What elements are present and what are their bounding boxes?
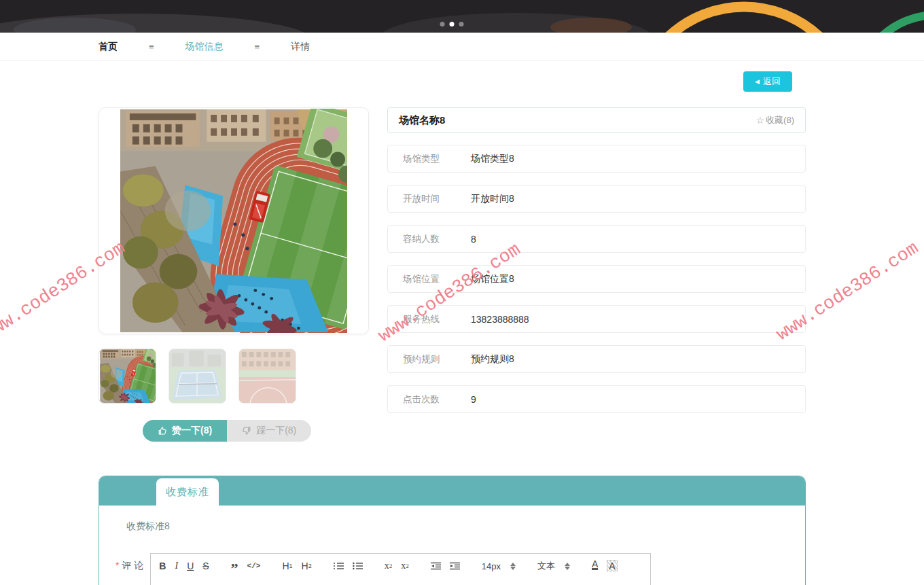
dislike-button[interactable]: 踩一下(8) (227, 420, 311, 442)
info-column: 场馆名称8 ☆ 收藏(8) 场馆类型 场馆类型8 开放时间 开放时间8 容纳人数… (387, 107, 806, 442)
font-size-value: 14px (482, 561, 501, 571)
underline-button[interactable]: U (187, 560, 194, 572)
font-size-select[interactable]: 14px (482, 560, 516, 572)
field-row-venue-type: 场馆类型 场馆类型8 (387, 145, 806, 173)
text-format-value: 文本 (537, 560, 555, 572)
venue-name: 场馆名称8 (399, 114, 445, 127)
nav-item-venue-info[interactable]: 场馆信息 (185, 41, 224, 53)
superscript-button[interactable]: x2 (401, 560, 409, 572)
fee-standard-content: 收费标准8 (99, 506, 805, 533)
favorite-button[interactable]: ☆ 收藏(8) (756, 114, 794, 126)
field-row-capacity: 容纳人数 8 (387, 225, 806, 253)
rich-text-toolbar: B I U S ” </> H1 H2 (150, 553, 651, 585)
ordered-list-icon (334, 562, 344, 570)
fee-standard-card: 收费标准 收费标准8 *评 论 B I U S ” </> H1 H2 (99, 476, 806, 585)
olympic-rings-image (0, 0, 924, 33)
field-value: 场馆类型8 (471, 153, 514, 165)
comment-editor-row: *评 论 B I U S ” </> H1 H2 (116, 553, 805, 585)
comment-field-label: *评 论 (116, 560, 143, 572)
tab-fee-standard[interactable]: 收费标准 (156, 478, 219, 506)
carousel-dot[interactable] (440, 22, 445, 26)
hamburger-separator-icon: ≡ (255, 41, 260, 52)
gallery-column: 赞一下(8) 踩一下(8) (99, 107, 369, 442)
thumbnail-tennis-court[interactable] (168, 349, 226, 404)
text-color-button[interactable]: A (592, 560, 598, 570)
dislike-button-label: 踩一下(8) (256, 425, 296, 437)
thumbnail-basketball-court[interactable] (238, 349, 296, 404)
indent-icon (450, 562, 460, 570)
back-arrow-icon: ◀ (755, 79, 760, 85)
hero-carousel (0, 0, 924, 33)
blockquote-button[interactable]: ” (231, 560, 238, 572)
field-row-click-count: 点击次数 9 (387, 385, 806, 413)
star-icon: ☆ (756, 115, 765, 126)
back-button[interactable]: ◀ 返回 (743, 71, 792, 92)
thumbnail-track-aerial[interactable] (99, 349, 156, 404)
comment-label-text: 评 论 (122, 560, 143, 571)
main-venue-photo[interactable] (99, 107, 369, 334)
favorite-label: 收藏(8) (766, 114, 794, 126)
outdent-button[interactable] (431, 560, 441, 572)
thumbnail-strip (99, 349, 369, 404)
italic-button[interactable]: I (175, 560, 178, 572)
field-label: 场馆类型 (403, 153, 457, 165)
venue-title-box: 场馆名称8 ☆ 收藏(8) (387, 107, 806, 133)
indent-button[interactable] (450, 560, 460, 572)
nav-item-detail[interactable]: 详情 (291, 41, 310, 53)
field-row-booking-rule: 预约规则 预约规则8 (387, 345, 806, 373)
like-button-label: 赞一下(8) (172, 425, 212, 437)
like-button[interactable]: 赞一下(8) (143, 420, 227, 442)
field-value: 开放时间8 (471, 193, 514, 205)
nav-item-home[interactable]: 首页 (99, 41, 118, 53)
vote-buttons: 赞一下(8) 踩一下(8) (143, 420, 369, 442)
background-color-button[interactable]: A (607, 560, 617, 571)
field-label: 容纳人数 (403, 233, 457, 245)
select-arrows-icon (565, 563, 570, 570)
field-label: 开放时间 (403, 193, 457, 205)
back-button-label: 返回 (763, 75, 781, 88)
field-value: 预约规则8 (471, 353, 514, 366)
select-arrows-icon (510, 563, 516, 570)
header2-button[interactable]: H2 (302, 560, 312, 572)
fee-tab-bar: 收费标准 (99, 476, 805, 506)
hamburger-separator-icon: ≡ (149, 41, 154, 52)
header1-button[interactable]: H1 (282, 560, 292, 572)
carousel-dot[interactable] (459, 22, 464, 26)
text-format-select[interactable]: 文本 (537, 560, 570, 572)
outdent-icon (431, 562, 441, 570)
field-value: 9 (471, 394, 476, 405)
carousel-dots (440, 22, 464, 26)
field-row-open-time: 开放时间 开放时间8 (387, 185, 806, 213)
required-asterisk: * (116, 560, 119, 571)
field-row-hotline: 服务热线 13823888888 (387, 305, 806, 333)
code-block-button[interactable]: </> (247, 560, 261, 572)
thumbs-down-icon (242, 426, 251, 436)
field-value: 8 (471, 234, 476, 245)
field-value: 场馆位置8 (471, 273, 514, 285)
field-label: 点击次数 (403, 393, 457, 406)
ordered-list-button[interactable] (334, 560, 344, 572)
bullet-list-icon (353, 562, 363, 570)
field-label: 场馆位置 (403, 273, 457, 285)
field-label: 服务热线 (403, 313, 457, 325)
carousel-dot-active[interactable] (450, 22, 455, 26)
field-value: 13823888888 (471, 314, 529, 325)
bullet-list-button[interactable] (353, 560, 363, 572)
venue-detail-section: 赞一下(8) 踩一下(8) 场馆名称8 ☆ 收藏(8) 场馆类型 场馆类型8 (99, 107, 806, 442)
strikethrough-button[interactable]: S (202, 560, 209, 572)
main-navbar: 首页 ≡ 场馆信息 ≡ 详情 (0, 33, 924, 61)
subscript-button[interactable]: x2 (385, 560, 393, 572)
thumbs-up-icon (158, 426, 167, 436)
back-row: ◀ 返回 (99, 71, 806, 92)
field-row-location: 场馆位置 场馆位置8 (387, 265, 806, 293)
field-label: 预约规则 (403, 353, 457, 366)
bold-button[interactable]: B (159, 560, 166, 572)
